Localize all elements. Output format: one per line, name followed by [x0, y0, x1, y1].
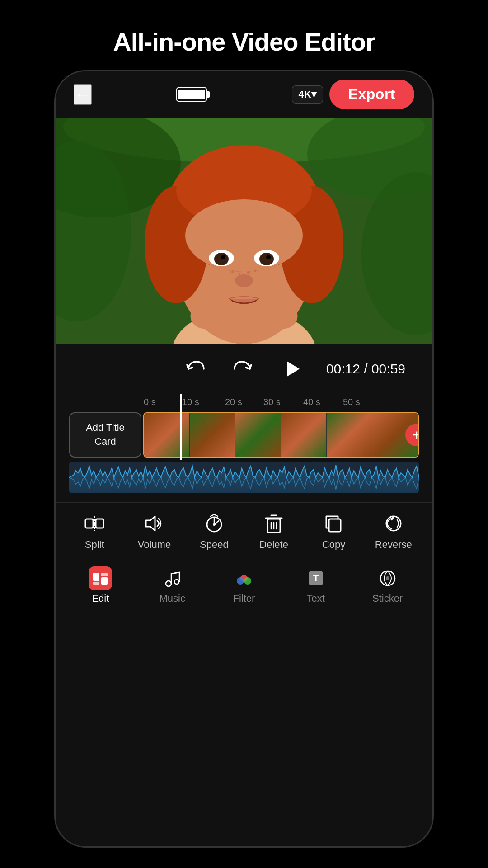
svg-rect-45: [329, 519, 341, 532]
waveform-svg: [69, 462, 419, 493]
bottom-nav: Edit Music Filt: [56, 558, 432, 618]
text-icon: T: [304, 566, 328, 590]
svg-point-20: [235, 274, 253, 287]
svg-rect-35: [96, 519, 103, 528]
toolbar: Split Volume: [56, 502, 432, 558]
quality-badge[interactable]: 4K▾: [292, 85, 323, 104]
sticker-icon: [376, 566, 399, 590]
timeline-track: Add Title Card +: [56, 410, 432, 460]
back-button[interactable]: ←: [74, 84, 92, 105]
nav-item-text[interactable]: T Text: [280, 566, 352, 604]
nav-item-music[interactable]: Music: [136, 566, 208, 604]
svg-point-29: [231, 270, 234, 273]
ruler-mark-20s: 20 s: [225, 397, 242, 407]
edit-nav-label: Edit: [92, 593, 109, 604]
svg-rect-34: [85, 519, 93, 528]
redo-button[interactable]: [233, 359, 253, 379]
nav-item-filter[interactable]: Filter: [208, 566, 280, 604]
sticker-nav-label: Sticker: [372, 593, 403, 604]
split-tool[interactable]: Split: [65, 512, 124, 551]
filter-icon: [232, 566, 256, 590]
svg-point-19: [266, 255, 271, 259]
filter-nav-label: Filter: [233, 593, 255, 604]
timeline-ruler: 0 s 10 s 20 s 30 s 40 s 50 s: [56, 394, 432, 410]
video-preview: [56, 118, 432, 344]
video-strip[interactable]: +: [143, 412, 419, 458]
text-nav-label: Text: [307, 593, 325, 604]
nav-item-sticker[interactable]: Sticker: [352, 566, 423, 604]
svg-rect-47: [93, 573, 99, 581]
svg-point-55: [237, 577, 244, 585]
split-label: Split: [85, 539, 104, 551]
svg-rect-49: [101, 573, 108, 576]
svg-point-18: [221, 255, 225, 259]
svg-point-51: [166, 581, 171, 586]
phone-frame: ← 4K▾ Export: [54, 70, 434, 848]
svg-line-53: [171, 572, 179, 574]
playhead-line: [180, 394, 182, 460]
volume-tool[interactable]: Volume: [124, 512, 184, 551]
svg-point-16: [214, 253, 229, 265]
reverse-icon: [382, 512, 405, 535]
battery-icon: [176, 87, 207, 102]
battery-fill: [178, 90, 205, 99]
ruler-mark-0s: 0 s: [144, 397, 156, 407]
svg-point-52: [174, 580, 179, 584]
reverse-label: Reverse: [375, 539, 412, 551]
svg-text:T: T: [313, 573, 319, 583]
page-title: All-in-one Video Editor: [0, 0, 488, 57]
split-icon: [83, 512, 106, 535]
delete-label: Delete: [259, 539, 288, 551]
music-icon: [160, 566, 184, 590]
video-frame-4: [281, 413, 327, 457]
ruler-mark-10s: 10 s: [182, 397, 199, 407]
ruler-mark-50s: 50 s: [343, 397, 360, 407]
video-frame-3: [235, 413, 281, 457]
reverse-tool[interactable]: Reverse: [364, 512, 423, 551]
add-title-card-button[interactable]: Add Title Card: [69, 412, 141, 458]
svg-point-39: [213, 523, 216, 526]
speed-tool[interactable]: Speed: [184, 512, 244, 551]
copy-tool[interactable]: Copy: [304, 512, 363, 551]
speed-label: Speed: [200, 539, 229, 551]
delete-icon: [262, 512, 286, 535]
export-button[interactable]: Export: [329, 80, 414, 109]
svg-point-30: [239, 273, 241, 275]
svg-point-13: [185, 199, 303, 272]
undo-button[interactable]: [185, 359, 206, 379]
status-bar: ← 4K▾ Export: [56, 71, 432, 113]
svg-point-60: [386, 576, 389, 580]
video-frame-svg: [56, 118, 432, 344]
volume-label: Volume: [138, 539, 171, 551]
play-button[interactable]: [281, 358, 303, 380]
battery-container: [176, 87, 207, 102]
time-display: 00:12 / 00:59: [326, 361, 405, 377]
copy-label: Copy: [322, 539, 345, 551]
svg-rect-25: [217, 289, 225, 314]
nav-item-edit[interactable]: Edit: [65, 566, 136, 604]
svg-rect-26: [262, 289, 270, 314]
video-frame-2: [190, 413, 235, 457]
status-bar-left: ←: [74, 84, 92, 105]
timeline-area: 0 s 10 s 20 s 30 s 40 s 50 s Add Title C…: [56, 394, 432, 502]
video-frame-1: [144, 413, 190, 457]
svg-point-17: [259, 253, 274, 265]
delete-tool[interactable]: Delete: [244, 512, 304, 551]
svg-rect-48: [93, 582, 99, 585]
status-bar-right: 4K▾ Export: [292, 80, 414, 109]
volume-icon: [142, 512, 166, 535]
copy-icon: [322, 512, 345, 535]
svg-marker-33: [287, 361, 300, 377]
audio-waveform: [69, 462, 419, 493]
speed-icon: [202, 512, 226, 535]
svg-rect-50: [101, 577, 108, 585]
svg-marker-37: [146, 516, 155, 531]
video-frame-5: [327, 413, 372, 457]
ruler-mark-40s: 40 s: [303, 397, 320, 407]
music-nav-label: Music: [159, 593, 185, 604]
svg-point-31: [247, 271, 250, 274]
svg-point-32: [254, 270, 257, 272]
svg-point-56: [244, 577, 251, 585]
playback-controls: 00:12 / 00:59: [56, 344, 432, 394]
ruler-mark-30s: 30 s: [263, 397, 281, 407]
